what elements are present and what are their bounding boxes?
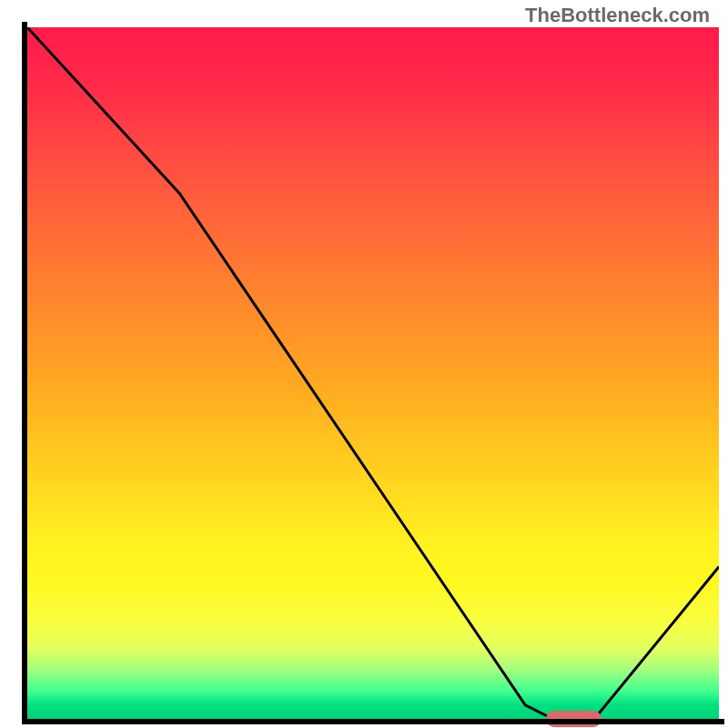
bottleneck-curve [27, 27, 719, 719]
watermark-text: TheBottleneck.com [525, 4, 710, 27]
x-axis [22, 719, 724, 724]
plot-area [27, 27, 719, 719]
y-axis [22, 22, 27, 724]
